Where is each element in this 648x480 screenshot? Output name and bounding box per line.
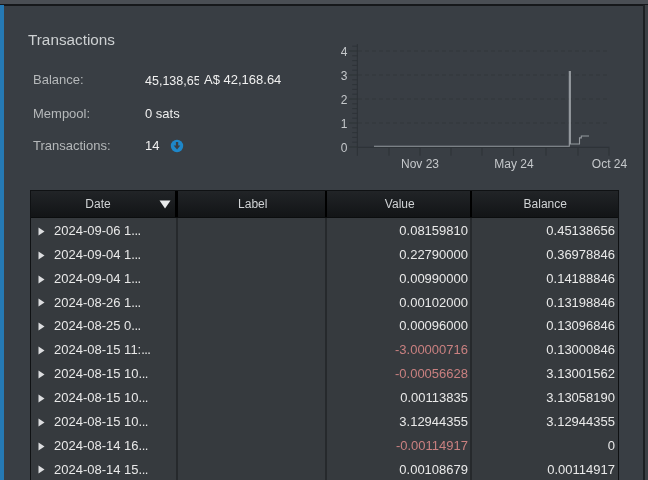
svg-text:Nov 23: Nov 23	[401, 157, 439, 171]
svg-text:May 24: May 24	[494, 157, 534, 171]
svg-text:1: 1	[341, 117, 348, 131]
svg-text:4: 4	[341, 45, 348, 59]
svg-text:2: 2	[341, 93, 348, 107]
svg-text:3: 3	[341, 69, 348, 83]
svg-text:0: 0	[341, 141, 348, 155]
svg-text:Oct 24: Oct 24	[592, 157, 628, 171]
